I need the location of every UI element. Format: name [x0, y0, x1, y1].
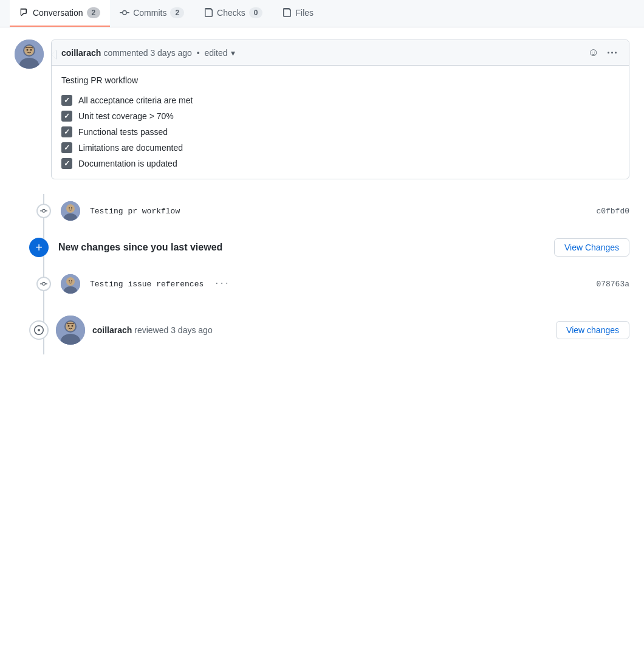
commit-1-hash[interactable]: c0fbfd0 [596, 207, 629, 216]
main-content: coillarach commented 3 days ago • edited… [0, 27, 644, 367]
svg-point-20 [68, 325, 70, 327]
commit-2-dot [36, 277, 51, 291]
comment-wrapper: coillarach commented 3 days ago • edited… [15, 40, 629, 179]
comment-header-right: ☺ [588, 46, 619, 59]
svg-point-4 [27, 49, 29, 51]
tab-checks-label: Checks [217, 8, 245, 18]
tab-checks[interactable]: Checks 0 [194, 0, 272, 27]
svg-point-13 [69, 280, 70, 281]
view-changes-button-2[interactable]: View changes [556, 321, 629, 339]
timeline: Testing pr workflow c0fbfd0 + New change… [29, 194, 629, 354]
checkbox-3[interactable] [61, 126, 72, 137]
checklist-item-4: Limitations are documented [61, 142, 619, 153]
commit-2-hash[interactable]: 078763a [596, 280, 629, 289]
checklist-item-2: Unit test coverage > 70% [61, 111, 619, 122]
tab-conversation-badge: 2 [87, 7, 101, 18]
checklist-item-1-text: All acceptance criteria are met [78, 95, 193, 105]
comment-header-left: coillarach commented 3 days ago • edited… [61, 48, 235, 58]
tab-bar: Conversation 2 Commits 2 Checks 0 Files [0, 0, 644, 27]
conversation-icon [19, 8, 29, 18]
review-text: coillarach reviewed 3 days ago [92, 325, 549, 335]
checklist-item-5: Documentation is updated [61, 158, 619, 169]
reviewer-avatar [56, 316, 85, 345]
plus-circle-icon: + [29, 238, 49, 257]
svg-point-9 [71, 207, 72, 209]
checklist-item-4-text: Limitations are documented [78, 143, 183, 153]
commit-2-content: Testing issue references ··· 078763a [90, 280, 629, 289]
checks-icon [204, 8, 213, 18]
tab-conversation-label: Conversation [33, 8, 83, 18]
commit-item-1: Testing pr workflow c0fbfd0 [29, 194, 629, 228]
checklist-item-3: Functional tests passed [61, 126, 619, 137]
tab-files-label: Files [295, 8, 313, 18]
checklist-item-2-text: Unit test coverage > 70% [78, 111, 174, 121]
tab-conversation[interactable]: Conversation 2 [10, 0, 110, 27]
review-wrapper: coillarach reviewed 3 days ago View chan… [24, 306, 629, 354]
commit-1-avatar [61, 201, 80, 221]
commit-2-message: Testing issue references [90, 280, 204, 289]
commit-item-2: Testing issue references ··· 078763a [29, 267, 629, 301]
svg-point-21 [72, 325, 74, 327]
svg-point-8 [69, 207, 70, 209]
emoji-button[interactable]: ☺ [588, 46, 599, 59]
more-options-button[interactable] [605, 49, 619, 56]
new-changes-text: New changes since you last viewed [58, 242, 544, 253]
checkbox-1[interactable] [61, 95, 72, 106]
review-dot [29, 320, 49, 340]
tab-commits-badge: 2 [170, 7, 184, 18]
tab-commits[interactable]: Commits 2 [110, 0, 194, 27]
commit-2-avatar [61, 274, 80, 294]
comment-edited-label: edited [204, 48, 227, 58]
commit-1-content: Testing pr workflow c0fbfd0 [90, 207, 629, 216]
commit-2-more-options[interactable]: ··· [214, 280, 230, 288]
review-author: coillarach [92, 325, 132, 335]
svg-point-14 [71, 280, 72, 281]
commit-1-message: Testing pr workflow [90, 207, 180, 216]
files-icon [282, 8, 292, 18]
tab-files[interactable]: Files [272, 1, 323, 26]
svg-point-7 [66, 204, 75, 213]
checklist-item-5-text: Documentation is updated [78, 159, 177, 168]
commit-1-dot [36, 204, 51, 218]
checkbox-5[interactable] [61, 158, 72, 169]
comment-meta: commented 3 days ago • edited ▾ [103, 48, 235, 58]
new-changes-banner: + New changes since you last viewed View… [24, 228, 629, 267]
author-avatar [15, 40, 44, 69]
comment-author: coillarach [61, 48, 101, 58]
commits-icon [120, 8, 129, 18]
view-changes-button-1[interactable]: View Changes [554, 238, 629, 257]
comment-header: coillarach commented 3 days ago • edited… [52, 40, 629, 66]
checklist: All acceptance criteria are met Unit tes… [61, 95, 619, 169]
checklist-item-3-text: Functional tests passed [78, 127, 168, 137]
checkbox-4[interactable] [61, 142, 72, 153]
comment-title: Testing PR workflow [61, 75, 619, 85]
checkbox-2[interactable] [61, 111, 72, 122]
comment-box: coillarach commented 3 days ago • edited… [51, 40, 629, 179]
tab-checks-badge: 0 [249, 7, 263, 18]
tab-commits-label: Commits [133, 8, 166, 18]
edited-dropdown-icon[interactable]: ▾ [231, 48, 235, 58]
review-meta: reviewed 3 days ago [134, 325, 212, 335]
checklist-item-1: All acceptance criteria are met [61, 95, 619, 106]
comment-body: Testing PR workflow All acceptance crite… [52, 66, 629, 179]
svg-point-5 [30, 49, 32, 51]
svg-point-12 [66, 277, 75, 286]
